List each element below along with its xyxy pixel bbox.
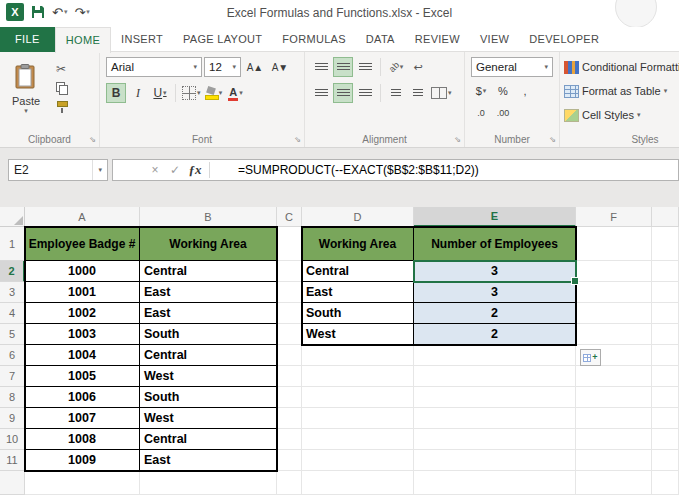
orientation-button[interactable]: ab▾ <box>386 57 406 77</box>
increase-font-size-button[interactable]: A▲ <box>245 57 265 77</box>
tab-data[interactable]: DATA <box>356 27 405 51</box>
cell-styles-button[interactable]: Cell Styles▾ <box>564 105 640 125</box>
row-header-7[interactable]: 7 <box>0 366 25 387</box>
cell-empty[interactable] <box>414 471 576 495</box>
italic-button[interactable]: I <box>128 83 148 103</box>
cell-D2[interactable]: Central <box>302 261 414 282</box>
cell-B2[interactable]: Central <box>140 261 277 282</box>
cell-A10[interactable]: 1008 <box>25 429 140 450</box>
cell-empty[interactable] <box>652 408 679 429</box>
cell-empty[interactable] <box>652 366 679 387</box>
cell-empty[interactable] <box>277 261 302 282</box>
cell-empty[interactable] <box>652 261 679 282</box>
cell-E4[interactable]: 2 <box>414 303 576 324</box>
insert-function-button[interactable]: ƒx <box>185 162 205 178</box>
row-header-6[interactable]: 6 <box>0 345 25 366</box>
cell-empty[interactable] <box>576 450 652 471</box>
cell-empty[interactable] <box>277 450 302 471</box>
decrease-font-size-button[interactable]: A▼ <box>270 57 290 77</box>
cell-B1[interactable]: Working Area <box>140 227 277 261</box>
cell-empty[interactable] <box>576 429 652 450</box>
cell-empty[interactable] <box>277 282 302 303</box>
increase-indent-button[interactable] <box>408 83 428 103</box>
cell-E1[interactable]: Number of Employees <box>414 227 576 261</box>
cell-empty[interactable] <box>302 408 414 429</box>
cell-empty[interactable] <box>414 450 576 471</box>
row-header-2[interactable]: 2 <box>0 261 25 282</box>
cell-empty[interactable] <box>652 429 679 450</box>
cell-empty[interactable] <box>576 324 652 345</box>
tab-insert[interactable]: INSERT <box>111 27 173 51</box>
cell-B5[interactable]: South <box>140 324 277 345</box>
row-header-5[interactable]: 5 <box>0 324 25 345</box>
tab-formulas[interactable]: FORMULAS <box>272 27 356 51</box>
cell-empty[interactable] <box>576 408 652 429</box>
tab-page-layout[interactable]: PAGE LAYOUT <box>173 27 272 51</box>
cancel-button[interactable]: × <box>145 163 165 177</box>
row-header-1[interactable]: 1 <box>0 227 25 261</box>
underline-button[interactable]: U▾ <box>150 83 170 103</box>
dialog-launcher-icon[interactable]: ⇘ <box>294 135 301 144</box>
align-right-button[interactable] <box>355 83 375 103</box>
cell-empty[interactable] <box>652 387 679 408</box>
merge-center-button[interactable]: ▾ <box>430 83 453 103</box>
cell-empty[interactable] <box>414 366 576 387</box>
cell-empty[interactable] <box>576 261 652 282</box>
cell-empty[interactable] <box>652 324 679 345</box>
wrap-text-button[interactable]: ↩ <box>408 57 428 77</box>
bold-button[interactable]: B <box>106 83 126 103</box>
align-bottom-button[interactable] <box>355 57 375 77</box>
align-top-button[interactable] <box>311 57 331 77</box>
cell-A6[interactable]: 1004 <box>25 345 140 366</box>
cell-empty[interactable] <box>652 282 679 303</box>
excel-app-icon[interactable]: X <box>6 3 24 21</box>
select-all-corner[interactable] <box>0 207 25 227</box>
row-header-3[interactable]: 3 <box>0 282 25 303</box>
cell-D3[interactable]: East <box>302 282 414 303</box>
font-color-button[interactable]: A▾ <box>226 83 246 103</box>
align-center-button[interactable] <box>333 83 353 103</box>
column-header-blank[interactable] <box>652 207 679 227</box>
cell-empty[interactable] <box>652 450 679 471</box>
increase-decimal-button[interactable]: .0 <box>471 103 491 123</box>
formula-text[interactable]: =SUMPRODUCT(--EXACT($B$2:$B$11;D2)) <box>238 163 479 177</box>
accounting-format-button[interactable]: $▾ <box>471 81 491 101</box>
cell-empty[interactable] <box>576 227 652 261</box>
cell-empty[interactable] <box>652 303 679 324</box>
cell-A3[interactable]: 1001 <box>25 282 140 303</box>
format-painter-button[interactable] <box>56 98 76 115</box>
cell-A11[interactable]: 1009 <box>25 450 140 471</box>
tab-developer[interactable]: DEVELOPER <box>519 27 609 51</box>
column-header-b[interactable]: B <box>140 207 277 227</box>
align-middle-button[interactable] <box>333 57 353 77</box>
number-format-combobox[interactable]: General▾ <box>471 57 553 77</box>
cell-empty[interactable] <box>277 471 302 495</box>
row-header-9[interactable]: 9 <box>0 408 25 429</box>
paste-button[interactable]: Paste ▾ <box>4 56 48 122</box>
format-as-table-button[interactable]: Format as Table▾ <box>564 81 667 101</box>
font-name-combobox[interactable]: Arial▾ <box>106 57 202 77</box>
cell-B10[interactable]: Central <box>140 429 277 450</box>
cell-empty[interactable] <box>652 471 679 495</box>
borders-button[interactable]: ▾ <box>181 83 202 103</box>
row-header-11[interactable]: 11 <box>0 450 25 471</box>
conditional-formatting-button[interactable]: Conditional Formatting▾ <box>564 57 679 77</box>
row-header-10[interactable]: 10 <box>0 429 25 450</box>
cell-B11[interactable]: East <box>140 450 277 471</box>
cell-empty[interactable] <box>576 303 652 324</box>
cell-B9[interactable]: West <box>140 408 277 429</box>
cell-empty[interactable] <box>277 366 302 387</box>
cell-empty[interactable] <box>277 227 302 261</box>
cell-D1[interactable]: Working Area <box>302 227 414 261</box>
cell-B3[interactable]: East <box>140 282 277 303</box>
cell-empty[interactable] <box>414 387 576 408</box>
cut-button[interactable]: ✂ <box>56 60 76 77</box>
cell-empty[interactable] <box>414 345 576 366</box>
cell-A5[interactable]: 1003 <box>25 324 140 345</box>
column-header-f[interactable]: F <box>576 207 652 227</box>
cell-A1[interactable]: Employee Badge # <box>25 227 140 261</box>
cell-empty[interactable] <box>277 387 302 408</box>
cell-empty[interactable] <box>277 324 302 345</box>
cell-empty[interactable] <box>414 429 576 450</box>
cell-E3[interactable]: 3 <box>414 282 576 303</box>
